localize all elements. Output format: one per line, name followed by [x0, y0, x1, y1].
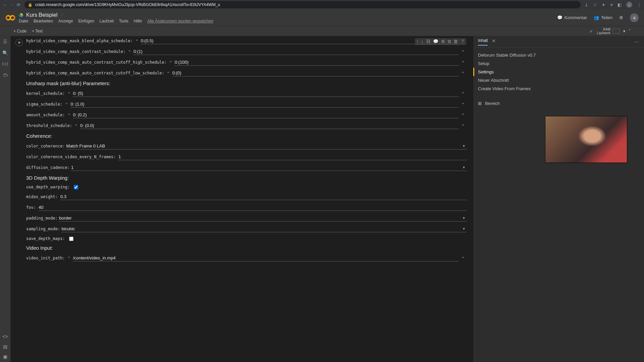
form-row: sigma_schedule:"" [26, 101, 467, 108]
colab-logo-icon[interactable] [5, 13, 15, 23]
select-input[interactable]: 1 [71, 164, 467, 171]
text-input[interactable] [70, 101, 459, 108]
quote-open: " [168, 60, 173, 65]
form-label: kernel_schedule: [26, 91, 65, 96]
text-input[interactable] [141, 38, 459, 44]
select-input[interactable]: bicubic [61, 226, 467, 232]
ram-bars-icon [612, 29, 620, 34]
menu-tools[interactable]: Tools [119, 19, 128, 23]
add-code-button[interactable]: + Code [13, 29, 26, 34]
toc-item[interactable]: Neuer Abschnitt [473, 76, 644, 84]
form-row: diffusion_cadence:1▼ [26, 164, 467, 171]
toc-list: Deforum Stable Diffusion v0.7SetupSettin… [473, 48, 644, 96]
share-button[interactable]: 👥 Teilen [594, 15, 612, 20]
webcam-overlay [545, 116, 627, 163]
back-icon[interactable]: ← [3, 2, 7, 7]
code-snippets-icon[interactable]: <> [2, 334, 8, 339]
form-row: color_coherence:Match Frame 0 LAB▼ [26, 143, 467, 149]
toc-item[interactable]: Settings [473, 68, 644, 76]
menu-icon[interactable]: ⋮ [637, 2, 641, 7]
section-heading: Coherence: [26, 133, 467, 139]
variables-icon[interactable]: {x} [2, 62, 9, 66]
quote-open: " [66, 256, 72, 261]
files-icon[interactable]: 🗀 [3, 72, 8, 77]
run-cell-button[interactable] [15, 39, 23, 46]
quote-close: " [460, 49, 467, 54]
extensions-icon[interactable]: ✦ [602, 2, 605, 7]
form-row: threshold_schedule:"" [26, 122, 467, 129]
menu-datei[interactable]: Datei [19, 19, 28, 23]
toc-header: Inhalt ✕ ⋯ [473, 36, 644, 48]
code-cell: ↑ ↓ ⛓ 💬 ⚙ ⧉ 🗑 ⋮ hybrid_video_comp_mask_b… [15, 38, 472, 265]
form-label: use_depth_warping: [26, 185, 70, 189]
notebook[interactable]: ↑ ↓ ⛓ 💬 ⚙ ⧉ 🗑 ⋮ hybrid_video_comp_mask_b… [11, 36, 473, 362]
url-bar[interactable]: 🔒 colab.research.google.com/drive/13G9KH… [24, 1, 581, 8]
add-section-button[interactable]: ⊞ Bereich [473, 99, 644, 108]
text-input[interactable] [73, 90, 459, 97]
text-input[interactable] [73, 112, 459, 118]
menu-laufzeit[interactable]: Laufzeit [100, 19, 114, 23]
form-label: video_init_path: [26, 256, 65, 260]
form-label: threshold_schedule: [26, 123, 72, 128]
install-icon[interactable]: ⤓ [585, 2, 588, 7]
user-avatar[interactable]: a [630, 13, 639, 22]
terminal-icon[interactable]: ▣ [3, 354, 7, 359]
text-input[interactable] [80, 122, 459, 129]
form-label: fov: [26, 205, 36, 210]
menu-hilfe[interactable]: Hilfe [134, 19, 142, 23]
checkbox-input[interactable] [74, 185, 78, 189]
form-row: padding_mode:border▼ [26, 215, 467, 222]
search-icon[interactable]: 🔍 [2, 50, 8, 56]
menu-bearbeiten[interactable]: Bearbeiten [34, 19, 53, 23]
form-row: hybrid_video_comp_mask_contrast_schedule… [26, 48, 467, 55]
quote-close: " [460, 256, 467, 261]
form-row: sampling_mode:bicubic▼ [26, 226, 467, 232]
toc-item[interactable]: Deforum Stable Diffusion v0.7 [473, 51, 644, 59]
select-input[interactable]: Match Frame 0 LAB [66, 143, 467, 149]
document-title[interactable]: Kurs Beispiel [26, 12, 57, 18]
menu-einfügen[interactable]: Einfügen [78, 19, 94, 23]
comment-button[interactable]: 💬 Kommentar [557, 15, 587, 20]
bookmark-icon[interactable]: ☆ [593, 2, 597, 7]
toc-menu-icon[interactable]: ⋯ [634, 39, 639, 44]
colab-header: Kurs Beispiel ☆ DateiBearbeitenAnzeigeEi… [0, 9, 644, 26]
content-area: ↑ ↓ ⛓ 💬 ⚙ ⧉ 🗑 ⋮ hybrid_video_comp_mask_b… [11, 36, 644, 362]
toc-tab[interactable]: Inhalt [478, 38, 488, 46]
share-icon: 👥 [594, 15, 599, 20]
form-label: hybrid_video_comp_mask_auto_contrast_cut… [26, 71, 164, 75]
menu-anzeige[interactable]: Anzeige [58, 19, 73, 23]
text-input[interactable] [172, 70, 459, 76]
toc-item[interactable]: Setup [473, 59, 644, 68]
quote-open: " [134, 39, 140, 44]
form-row: kernel_schedule:"" [26, 90, 467, 97]
reload-icon[interactable]: ⟳ [17, 2, 20, 7]
select-input[interactable]: border [59, 215, 467, 222]
profile-avatar[interactable]: a [626, 2, 632, 8]
header-actions: 💬 Kommentar 👥 Teilen ⚙ a [557, 13, 639, 22]
resource-indicator[interactable]: RAM Laufwerk [597, 27, 620, 35]
command-palette-icon[interactable]: ▤ [3, 344, 7, 349]
comment-icon: 💬 [557, 15, 562, 20]
checkbox-input[interactable] [69, 237, 73, 241]
section-heading: Unsharp mask (anti-blur) Parameters: [26, 80, 467, 86]
form-label: hybrid_video_comp_mask_contrast_schedule… [26, 49, 125, 54]
form-label: hybrid_video_comp_mask_auto_contrast_cut… [26, 60, 167, 65]
close-icon[interactable]: ✕ [492, 38, 496, 44]
reading-list-icon[interactable]: ≡ [610, 2, 613, 7]
menu-bar: DateiBearbeitenAnzeigeEinfügenLaufzeitTo… [19, 19, 557, 23]
gear-icon[interactable]: ⚙ [619, 15, 623, 20]
forward-icon[interactable]: → [10, 2, 14, 7]
text-input[interactable] [73, 255, 459, 261]
text-input[interactable] [39, 204, 467, 211]
text-input[interactable] [175, 59, 459, 66]
text-input[interactable] [60, 193, 467, 200]
toc-icon[interactable]: ☰ [3, 39, 7, 44]
text-input[interactable] [118, 154, 467, 160]
text-input[interactable] [133, 48, 459, 55]
add-text-button[interactable]: + Text [32, 29, 43, 34]
sidepanel-icon[interactable]: ◧ [618, 2, 622, 7]
runtime-dropdown-icon[interactable]: ▾ [623, 29, 625, 34]
collapse-icon[interactable]: ˄ [629, 29, 631, 34]
star-icon[interactable]: ☆ [60, 12, 64, 17]
toc-item[interactable]: Create Video From Frames [473, 84, 644, 93]
